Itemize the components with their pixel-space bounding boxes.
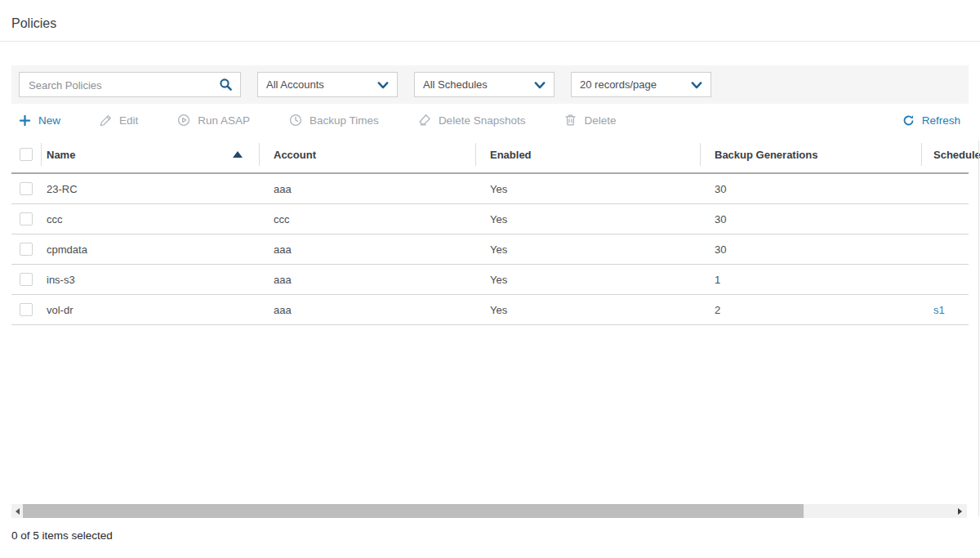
scroll-right-button[interactable] — [954, 504, 965, 518]
backup-times-button[interactable]: Backup Times — [289, 114, 379, 127]
cell-schedules — [921, 265, 980, 294]
toolbar-left-group: New Edit Run ASAP — [19, 114, 616, 127]
chevron-down-icon — [534, 81, 546, 90]
cell-backup-generations: 30 — [700, 234, 921, 264]
edit-button-label: Edit — [119, 114, 138, 127]
column-divider — [475, 143, 476, 166]
row-checkbox[interactable] — [20, 303, 33, 316]
new-button-label: New — [38, 114, 60, 127]
cell-name: 23-RC — [41, 174, 259, 203]
schedules-filter-value: All Schedules — [423, 78, 488, 91]
column-divider — [921, 143, 922, 166]
column-header-backup-generations[interactable]: Backup Generations — [700, 136, 921, 172]
column-header-account[interactable]: Account — [259, 136, 475, 172]
page-title: Policies — [11, 16, 969, 31]
search-icon[interactable] — [219, 78, 233, 92]
column-divider — [41, 143, 42, 166]
column-divider — [259, 143, 260, 166]
cell-backup-generations: 30 — [700, 204, 921, 234]
eraser-icon — [418, 114, 431, 127]
status-bar: 0 of 5 items selected — [11, 529, 980, 542]
cell-account: ccc — [259, 204, 475, 234]
column-header-backup-generations-label: Backup Generations — [715, 149, 817, 161]
column-header-schedules[interactable]: Schedules — [921, 136, 980, 172]
cell-account: aaa — [259, 265, 475, 294]
edit-button[interactable]: Edit — [100, 114, 138, 127]
vertical-scrollbar-track — [978, 141, 979, 516]
column-divider — [700, 143, 701, 166]
cell-account: aaa — [259, 295, 475, 324]
search-box — [19, 72, 241, 97]
column-header-account-label: Account — [274, 149, 316, 161]
cell-schedules — [921, 234, 980, 264]
refresh-button-label: Refresh — [922, 114, 960, 127]
cell-schedules — [921, 174, 980, 203]
cell-backup-generations: 30 — [700, 174, 921, 203]
refresh-icon — [902, 114, 915, 127]
scrollbar-thumb[interactable] — [23, 504, 804, 518]
schedules-filter-select[interactable]: All Schedules — [414, 72, 555, 97]
play-circle-icon — [177, 114, 190, 127]
page-size-select[interactable]: 20 records/page — [571, 72, 711, 97]
column-header-enabled[interactable]: Enabled — [475, 136, 700, 172]
delete-snapshots-button[interactable]: Delete Snapshots — [418, 114, 526, 127]
plus-icon — [19, 114, 31, 127]
select-all-checkbox-cell — [11, 136, 41, 172]
page-header: Policies — [0, 0, 980, 42]
table-header-row: Name Account Enabled Backup Generations … — [11, 136, 969, 174]
cell-enabled: Yes — [475, 265, 700, 294]
chevron-down-icon — [377, 81, 389, 90]
delete-button[interactable]: Delete — [564, 114, 616, 127]
delete-snapshots-button-label: Delete Snapshots — [439, 114, 526, 127]
cell-backup-generations: 2 — [700, 295, 921, 324]
run-asap-button-label: Run ASAP — [198, 114, 250, 127]
cell-enabled: Yes — [475, 174, 700, 203]
sort-asc-icon — [233, 151, 243, 158]
row-checkbox[interactable] — [20, 243, 33, 256]
arrow-right-icon — [958, 508, 962, 515]
table-row[interactable]: vol-dr aaa Yes 2 s1 — [11, 295, 969, 325]
arrow-left-icon — [16, 508, 20, 515]
accounts-filter-value: All Accounts — [266, 78, 324, 91]
cell-backup-generations: 1 — [700, 265, 921, 294]
table-row[interactable]: cpmdata aaa Yes 30 — [11, 234, 969, 265]
run-asap-button[interactable]: Run ASAP — [177, 114, 250, 127]
column-header-enabled-label: Enabled — [490, 149, 532, 161]
refresh-button[interactable]: Refresh — [902, 114, 960, 127]
cell-name: ccc — [41, 204, 259, 234]
horizontal-scrollbar[interactable] — [11, 504, 967, 518]
cell-account: aaa — [259, 234, 475, 264]
cell-account: aaa — [259, 174, 475, 203]
scroll-left-button[interactable] — [11, 504, 23, 518]
policies-table: Name Account Enabled Backup Generations … — [11, 136, 969, 325]
chevron-down-icon — [691, 81, 702, 90]
accounts-filter-select[interactable]: All Accounts — [257, 72, 398, 97]
cell-enabled: Yes — [475, 204, 700, 234]
pencil-icon — [100, 114, 112, 127]
search-input[interactable] — [27, 74, 218, 97]
clock-icon — [289, 114, 302, 127]
column-header-schedules-label: Schedules — [933, 149, 980, 161]
table-row[interactable]: ccc ccc Yes 30 — [11, 204, 969, 234]
toolbar: New Edit Run ASAP — [0, 104, 980, 136]
column-header-name[interactable]: Name — [41, 136, 259, 172]
cell-name: ins-s3 — [41, 265, 259, 294]
schedule-link[interactable]: s1 — [933, 304, 945, 316]
cell-enabled: Yes — [475, 234, 700, 264]
content-spacer — [0, 325, 980, 504]
row-checkbox[interactable] — [20, 212, 33, 225]
table-row[interactable]: ins-s3 aaa Yes 1 — [11, 265, 969, 295]
new-button[interactable]: New — [19, 114, 60, 127]
cell-schedules — [921, 204, 980, 234]
filter-bar: All Accounts All Schedules 20 records/pa… — [11, 65, 969, 104]
row-checkbox[interactable] — [20, 182, 33, 195]
page-size-value: 20 records/page — [580, 78, 657, 91]
row-checkbox[interactable] — [20, 273, 33, 286]
delete-button-label: Delete — [584, 114, 616, 127]
table-row[interactable]: 23-RC aaa Yes 30 — [11, 174, 969, 204]
backup-times-button-label: Backup Times — [310, 114, 379, 127]
trash-icon — [564, 114, 577, 127]
cell-name: vol-dr — [41, 295, 259, 324]
column-header-name-label: Name — [47, 149, 75, 161]
select-all-checkbox[interactable] — [20, 148, 33, 161]
